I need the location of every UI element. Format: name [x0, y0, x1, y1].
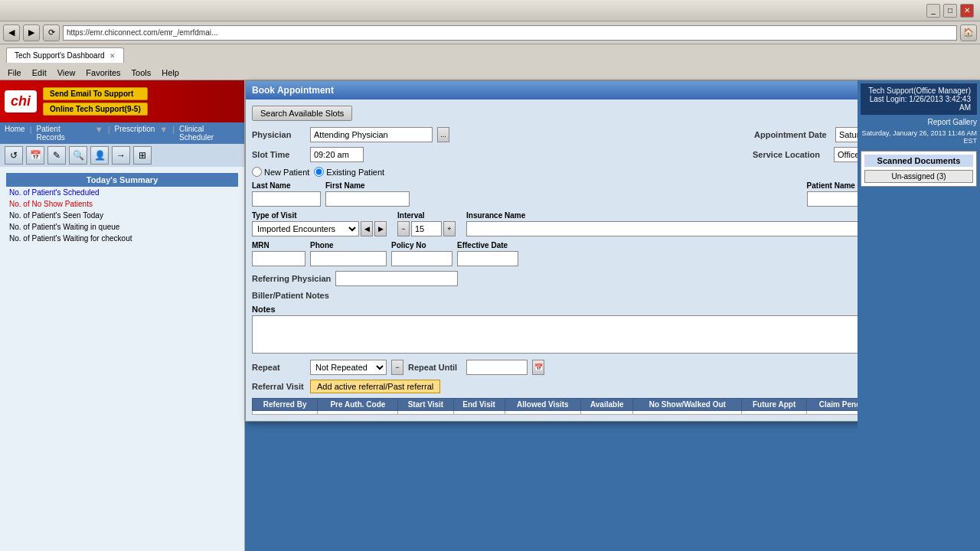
repeat-toggle-button[interactable]: −: [391, 360, 403, 375]
tool-arrow[interactable]: →: [112, 146, 130, 165]
add-referral-button[interactable]: Add active referral/Past referral: [310, 380, 440, 393]
forward-button[interactable]: ▶: [23, 24, 40, 41]
search-available-slots-button[interactable]: Search Available Slots: [252, 106, 352, 121]
col-end-visit: End Visit: [453, 399, 505, 411]
tool-search[interactable]: 🔍: [69, 146, 87, 165]
mrn-label: MRN: [252, 241, 305, 249]
today-summary: Today's Summary No. of Patient's Schedul…: [6, 173, 238, 244]
emr-toolbar: ↺ 📅 ✎ 🔍 👤 → ⊞: [0, 144, 244, 167]
referring-physician-label: Referring Physician: [252, 274, 331, 283]
physician-picker-button[interactable]: ...: [437, 127, 449, 142]
appointment-date-label: Appointment Date: [754, 130, 831, 139]
tech-support-button[interactable]: Online Tech Support(9-5): [43, 103, 148, 116]
visit-type-prev-button[interactable]: ◀: [361, 221, 373, 236]
repeat-label: Repeat: [252, 363, 305, 372]
scanned-documents-panel: Scanned Documents Un-assigned (3): [861, 151, 977, 187]
home-button[interactable]: 🏠: [960, 24, 977, 41]
phone-input[interactable]: [310, 251, 387, 266]
first-name-label: First Name: [325, 181, 410, 190]
interval-decrease-button[interactable]: −: [397, 221, 410, 236]
interval-input[interactable]: [411, 221, 442, 236]
summary-scheduled[interactable]: No. of Patient's Scheduled: [6, 187, 238, 198]
col-available: Available: [581, 399, 633, 411]
nav-clinical-scheduler[interactable]: Clinical Scheduler: [179, 125, 240, 142]
nav-home[interactable]: Home: [5, 125, 25, 142]
menu-edit[interactable]: Edit: [28, 66, 51, 80]
biller-notes-label: Biller/Patient Notes: [252, 291, 329, 300]
new-patient-radio[interactable]: [252, 167, 262, 177]
summary-no-show[interactable]: No. of No Show Patients: [6, 198, 238, 210]
address-bar[interactable]: https://emr.chiconnect.com/emr_/emrfdmai…: [63, 25, 957, 41]
existing-patient-label: Existing Patient: [326, 168, 384, 177]
slot-time-label: Slot Time: [252, 150, 305, 159]
col-allowed-visits: Allowed Visits: [505, 399, 581, 411]
nav-patient-records[interactable]: Patient Records: [37, 125, 90, 142]
type-of-visit-select[interactable]: Imported Encounters: [252, 221, 359, 236]
menu-tools[interactable]: Tools: [127, 66, 156, 80]
interval-increase-button[interactable]: +: [443, 221, 456, 236]
user-name: Tech Support(Office Manager): [867, 86, 971, 95]
tool-calendar[interactable]: 📅: [26, 146, 44, 165]
effective-date-group: Effective Date: [457, 241, 518, 266]
tool-grid[interactable]: ⊞: [133, 146, 152, 165]
tab-label: Tech Support's Dashboard: [15, 51, 105, 60]
type-of-visit-group: Type of Visit Imported Encounters ◀ ▶: [252, 211, 387, 236]
interval-group: Interval − +: [397, 211, 456, 236]
menu-file[interactable]: File: [3, 66, 26, 80]
tool-user[interactable]: 👤: [90, 146, 109, 165]
mrn-input[interactable]: [252, 251, 305, 266]
window-titlebar: _ □ ✕: [0, 0, 980, 21]
tool-refresh[interactable]: ↺: [5, 146, 23, 165]
summary-waiting-queue: No. of Patient's Waiting in queue: [6, 221, 238, 233]
refresh-button[interactable]: ⟳: [43, 24, 60, 41]
repeat-until-input[interactable]: [466, 360, 528, 375]
repeat-select[interactable]: Not Repeated: [310, 360, 387, 375]
url-text: https://emr.chiconnect.com/emr_/emrfdmai…: [67, 28, 217, 37]
repeat-until-calendar-button[interactable]: 📅: [532, 360, 544, 375]
last-login: Last Login: 1/26/2013 3:42:43 AM: [867, 95, 971, 112]
user-info: Tech Support(Office Manager) Last Login:…: [861, 83, 977, 115]
slot-time-input[interactable]: [310, 147, 364, 162]
close-button[interactable]: ✕: [960, 4, 974, 18]
menu-view[interactable]: View: [53, 66, 80, 80]
menu-favorites[interactable]: Favorites: [81, 66, 125, 80]
referral-visit-label: Referral Visit: [252, 382, 305, 391]
minimize-button[interactable]: _: [926, 4, 940, 18]
physician-label: Physician: [252, 130, 305, 139]
phone-label: Phone: [310, 241, 387, 249]
summary-title: Today's Summary: [6, 173, 238, 187]
emr-header: chi Send Email To Support Online Tech Su…: [0, 80, 244, 122]
modal-title: Book Appointment: [252, 85, 334, 96]
menu-help[interactable]: Help: [157, 66, 184, 80]
effective-date-input[interactable]: [457, 251, 518, 266]
unassigned-documents-button[interactable]: Un-assigned (3): [864, 170, 973, 183]
col-start-visit: Start Visit: [398, 399, 453, 411]
col-future-appt: Future Appt: [742, 399, 807, 411]
existing-patient-radio-label[interactable]: Existing Patient: [314, 167, 384, 177]
maximize-button[interactable]: □: [943, 4, 957, 18]
new-patient-label: New Patient: [264, 168, 309, 177]
tab-bar: Tech Support's Dashboard ✕: [0, 44, 980, 63]
visit-type-next-button[interactable]: ▶: [374, 221, 387, 236]
tab-close-icon[interactable]: ✕: [109, 52, 116, 60]
scanned-documents-title: Scanned Documents: [864, 155, 973, 167]
emr-support-buttons: Send Email To Support Online Tech Suppor…: [43, 87, 148, 116]
col-no-show: No Show/Walked Out: [633, 399, 742, 411]
first-name-input[interactable]: [325, 191, 410, 207]
report-gallery-label: Report Gallery: [861, 118, 977, 126]
back-button[interactable]: ◀: [3, 24, 20, 41]
last-name-input[interactable]: [252, 191, 321, 207]
right-panel: Tech Support(Office Manager) Last Login:…: [858, 80, 980, 551]
referring-physician-input[interactable]: [335, 271, 458, 286]
effective-date-label: Effective Date: [457, 241, 518, 249]
existing-patient-radio[interactable]: [314, 167, 324, 177]
tool-edit[interactable]: ✎: [47, 146, 66, 165]
email-support-button[interactable]: Send Email To Support: [43, 87, 148, 100]
summary-seen-today: No. of Patient's Seen Today: [6, 210, 238, 221]
new-patient-radio-label[interactable]: New Patient: [252, 167, 309, 177]
physician-input[interactable]: [310, 127, 433, 142]
sidebar: chi Send Email To Support Online Tech Su…: [0, 80, 245, 551]
nav-prescription[interactable]: Prescription: [114, 125, 155, 142]
active-tab[interactable]: Tech Support's Dashboard ✕: [6, 47, 124, 63]
policy-no-input[interactable]: [391, 251, 452, 266]
